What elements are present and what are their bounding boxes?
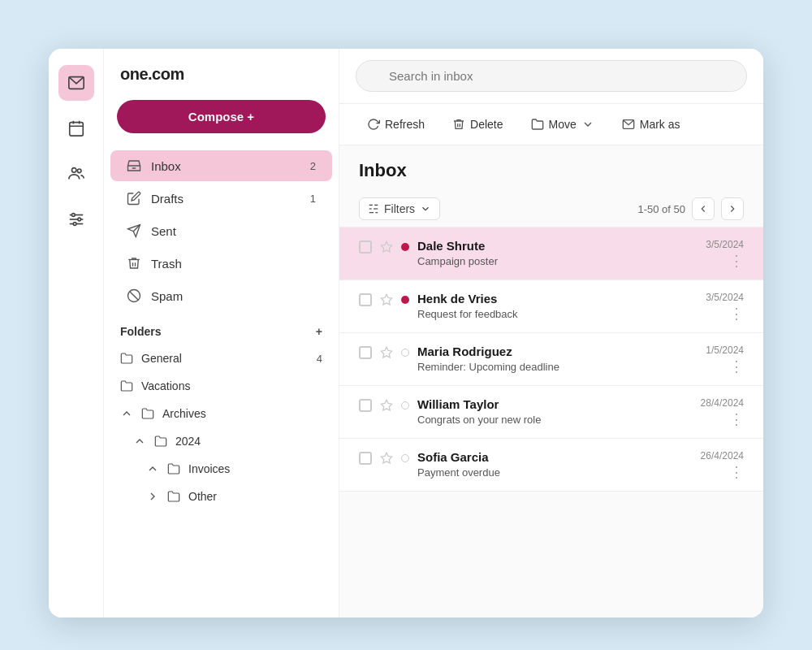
email-row[interactable]: Henk de Vries Request for feedback 3/5/2… [339,280,763,333]
svg-marker-28 [381,453,391,463]
email-read-dot [401,349,409,357]
sidebar-item-inbox[interactable]: Inbox 2 [110,150,332,181]
spam-label: Spam [151,289,183,303]
move-button[interactable]: Move [520,112,606,136]
inbox-title: Inbox [359,160,744,181]
app-logo: one.com [104,65,339,100]
next-page-button[interactable] [721,197,744,220]
email-checkbox[interactable] [359,399,372,412]
email-sender: Maria Rodriguez [417,344,698,358]
folder-invoices-label: Invoices [188,462,230,475]
svg-line-14 [130,292,139,301]
email-read-dot [401,454,409,462]
add-folder-button[interactable]: + [316,325,322,338]
folders-label: Folders [120,325,162,338]
mark-as-label: Mark as [640,118,680,131]
email-row[interactable]: Sofia Garcia Payment overdue 26/4/2024 ⋮ [339,439,763,492]
compose-button[interactable]: Compose + [117,100,326,133]
toolbar: Refresh Delete Move Mark as [339,104,763,145]
filter-button[interactable]: Filters [359,197,440,220]
refresh-label: Refresh [385,118,425,131]
email-sender: Sofia Garcia [417,450,693,464]
email-row[interactable]: Maria Rodriguez Reminder: Upcoming deadl… [339,333,763,386]
inbox-header: Inbox [339,145,763,191]
folder-general[interactable]: General 4 [104,344,339,372]
folder-vacations[interactable]: Vacations [104,372,339,400]
email-subject: Reminder: Upcoming deadline [417,361,698,373]
email-checkbox[interactable] [359,240,372,254]
email-star[interactable] [380,240,393,257]
email-row[interactable]: Dale Shrute Campaign poster 3/5/2024 ⋮ [339,228,763,280]
inbox-label: Inbox [151,159,181,173]
icon-rail [49,49,104,618]
folder-vacations-label: Vacations [141,379,190,392]
folder-2024-label: 2024 [175,435,201,448]
email-more-button[interactable]: ⋮ [729,412,744,427]
nav-contacts[interactable] [58,156,94,192]
email-date: 26/4/2024 [701,450,744,462]
svg-marker-24 [381,241,391,252]
svg-point-12 [73,223,76,226]
sidebar-item-sent[interactable]: Sent [110,215,332,246]
email-right: 28/4/2024 ⋮ [701,397,744,427]
email-star[interactable] [380,452,393,468]
email-row[interactable]: William Taylor Congrats on your new role… [339,386,763,439]
email-subject: Payment overdue [417,466,693,479]
email-checkbox[interactable] [359,452,372,465]
email-list: Dale Shrute Campaign poster 3/5/2024 ⋮ H… [339,228,763,618]
email-date: 28/4/2024 [701,397,744,409]
nav-settings[interactable] [58,202,94,237]
email-subject: Request for feedback [417,308,698,320]
pagination: 1-50 of 50 [637,197,744,220]
email-read-dot [401,401,409,410]
trash-label: Trash [151,257,182,271]
svg-point-10 [71,214,75,217]
folder-general-label: General [141,352,182,365]
email-sender: Dale Shrute [417,239,698,253]
email-more-button[interactable]: ⋮ [729,359,744,374]
folder-other-label: Other [188,490,217,503]
folder-archives-label: Archives [162,407,206,420]
svg-marker-26 [381,347,391,358]
email-subject: Congrats on your new role [417,414,693,426]
email-date: 3/5/2024 [706,292,744,303]
refresh-button[interactable]: Refresh [356,112,436,136]
email-checkbox[interactable] [359,293,372,306]
email-more-button[interactable]: ⋮ [729,306,744,321]
inbox-badge: 2 [310,160,316,172]
folder-other[interactable]: Other [104,483,339,510]
svg-rect-1 [69,123,83,136]
email-right: 1/5/2024 ⋮ [706,344,744,374]
email-checkbox[interactable] [359,346,372,359]
folder-invoices[interactable]: Invoices [104,455,339,483]
email-right: 26/4/2024 ⋮ [701,450,744,479]
svg-point-6 [77,169,81,173]
sent-label: Sent [151,224,176,238]
filter-label: Filters [384,202,415,215]
sidebar-item-spam[interactable]: Spam [110,280,332,311]
drafts-label: Drafts [151,192,184,206]
folder-archives[interactable]: Archives [104,400,339,427]
delete-button[interactable]: Delete [441,112,514,136]
folder-2024[interactable]: 2024 [104,427,339,455]
email-sender: William Taylor [417,397,693,411]
email-right: 3/5/2024 ⋮ [706,239,744,268]
email-more-button[interactable]: ⋮ [729,254,744,268]
email-date: 1/5/2024 [706,344,744,356]
drafts-badge: 1 [310,193,316,205]
search-input[interactable] [356,60,747,92]
nav-mail[interactable] [58,65,94,101]
sidebar-item-drafts[interactable]: Drafts 1 [110,183,332,214]
email-star[interactable] [380,346,393,362]
folder-general-badge: 4 [317,353,322,365]
mark-as-button[interactable]: Mark as [611,112,692,136]
sidebar-item-trash[interactable]: Trash [110,248,332,279]
email-star[interactable] [380,293,393,310]
search-wrapper [356,60,747,92]
email-right: 3/5/2024 ⋮ [706,292,744,321]
nav-calendar[interactable] [58,110,94,146]
prev-page-button[interactable] [692,197,715,220]
email-more-button[interactable]: ⋮ [729,465,744,479]
filter-bar: Filters 1-50 of 50 [339,191,763,228]
email-star[interactable] [380,399,393,415]
